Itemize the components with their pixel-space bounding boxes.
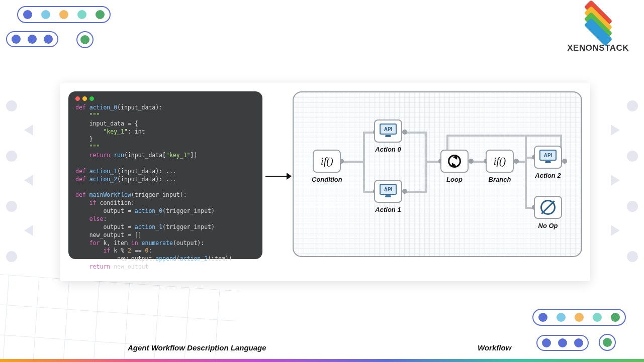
node-noop: No Op bbox=[534, 196, 562, 229]
node-branch: if() Branch bbox=[486, 150, 514, 183]
node-action1: API Action 1 bbox=[374, 180, 402, 213]
api-label: API bbox=[539, 150, 557, 161]
action0-label: Action 0 bbox=[375, 146, 401, 153]
bg-tri bbox=[24, 125, 33, 136]
node-action0: API Action 0 bbox=[374, 119, 402, 153]
connector bbox=[341, 161, 365, 163]
api-label: API bbox=[380, 124, 397, 135]
bg-tri bbox=[611, 225, 620, 236]
decor-circle-bottom bbox=[599, 334, 616, 351]
condition-label: Condition bbox=[312, 176, 342, 183]
node-action2: API Action 2 bbox=[534, 146, 562, 179]
left-caption: Agent Workflow Description Language bbox=[128, 343, 266, 352]
loop-label: Loop bbox=[446, 176, 463, 183]
bg-tri bbox=[611, 125, 620, 136]
bg-tri bbox=[611, 175, 620, 186]
brand-logo: XENONSTACK bbox=[567, 9, 629, 53]
decor-pill-top-2 bbox=[6, 31, 58, 47]
bottom-gradient-bar bbox=[0, 359, 644, 362]
node-loop: Loop bbox=[440, 150, 469, 183]
bg-dot bbox=[6, 151, 17, 162]
node-condition: if() Condition bbox=[312, 150, 342, 183]
bg-tri bbox=[24, 175, 33, 186]
action0-icon: API bbox=[374, 119, 402, 143]
loop-icon bbox=[440, 150, 469, 173]
action2-icon: API bbox=[534, 146, 562, 169]
action1-label: Action 1 bbox=[375, 206, 401, 213]
condition-glyph: if() bbox=[313, 150, 341, 173]
decor-pill-top-1 bbox=[17, 6, 111, 23]
main-diagram-card: def action_0(input_data): """ input_data… bbox=[60, 83, 590, 281]
noop-icon bbox=[534, 196, 562, 219]
bg-dot bbox=[627, 100, 638, 111]
code-content: def action_0(input_data): """ input_data… bbox=[75, 104, 255, 271]
bg-dot bbox=[627, 251, 638, 262]
api-label: API bbox=[380, 184, 397, 195]
brand-name: XENONSTACK bbox=[567, 43, 629, 53]
decor-pill-bottom-1 bbox=[532, 309, 626, 326]
bg-dot bbox=[6, 201, 17, 212]
bg-dot bbox=[6, 251, 17, 262]
noop-label: No Op bbox=[538, 222, 558, 229]
bg-dot bbox=[6, 100, 17, 111]
bg-dot bbox=[627, 201, 638, 212]
action2-label: Action 2 bbox=[535, 172, 561, 179]
connector bbox=[363, 132, 365, 192]
connector bbox=[525, 135, 527, 209]
right-caption: Workflow bbox=[478, 343, 511, 352]
connector bbox=[446, 135, 448, 152]
bg-dot bbox=[627, 151, 638, 162]
branch-glyph: if() bbox=[486, 150, 514, 173]
code-terminal: def action_0(input_data): """ input_data… bbox=[68, 91, 262, 259]
code-to-workflow-arrow bbox=[262, 91, 293, 259]
branch-label: Branch bbox=[489, 176, 511, 183]
connector bbox=[446, 135, 562, 137]
terminal-traffic-lights bbox=[75, 96, 255, 101]
bg-tri bbox=[24, 225, 33, 236]
decor-circle-top bbox=[76, 31, 94, 48]
action1-icon: API bbox=[374, 180, 402, 203]
workflow-canvas: if() Condition API Action 0 API Action 1… bbox=[293, 91, 582, 257]
decor-pill-bottom-2 bbox=[536, 335, 589, 351]
